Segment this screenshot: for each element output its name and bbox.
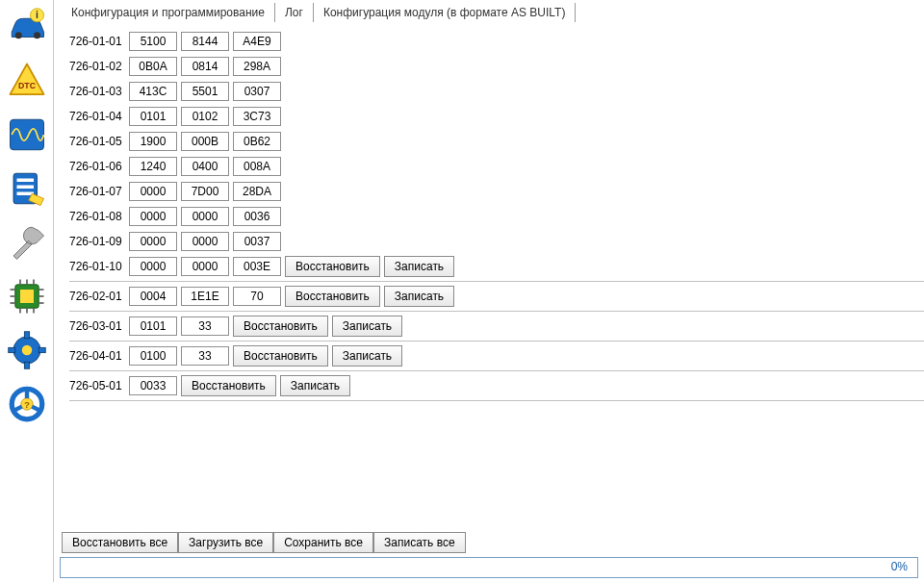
row-address: 726-04-01 [69, 349, 129, 363]
svg-text:i: i [36, 9, 38, 20]
restore-button[interactable]: Восстановить [233, 316, 328, 337]
tab-config-programming[interactable]: Конфигурация и программирование [62, 3, 275, 22]
asbuilt-value-input[interactable] [233, 182, 281, 201]
asbuilt-value-input[interactable] [129, 57, 177, 76]
asbuilt-value-input[interactable] [233, 232, 281, 251]
asbuilt-value-input[interactable] [181, 207, 229, 226]
row-address: 726-01-09 [69, 235, 129, 248]
bottom-bar: Восстановить все Загрузить все Сохранить… [60, 532, 918, 578]
asbuilt-row: 726-01-09 [69, 229, 924, 254]
sidebar-item-oscilloscope[interactable] [4, 112, 50, 158]
svg-rect-7 [17, 179, 35, 183]
asbuilt-row: 726-03-01ВосстановитьЗаписать [69, 314, 924, 339]
progress-bar: 0% [60, 557, 918, 578]
asbuilt-row: 726-01-04 [69, 104, 924, 129]
asbuilt-value-input[interactable] [129, 287, 177, 306]
car-info-icon: i [7, 7, 47, 47]
asbuilt-value-input[interactable] [233, 207, 281, 226]
sidebar-item-vehicle-info[interactable]: i [4, 4, 50, 50]
sidebar-item-tests[interactable] [4, 165, 50, 212]
restore-button[interactable]: Восстановить [285, 256, 380, 277]
asbuilt-value-input[interactable] [181, 257, 229, 276]
asbuilt-row: 726-01-02 [69, 54, 924, 79]
write-button[interactable]: Записать [332, 316, 402, 337]
main-area: Конфигурация и программирование Лог Конф… [60, 0, 924, 541]
asbuilt-value-input[interactable] [129, 132, 177, 151]
row-address: 726-01-08 [69, 210, 129, 223]
restore-button[interactable]: Восстановить [181, 375, 276, 396]
asbuilt-value-input[interactable] [181, 346, 229, 366]
restore-button[interactable]: Восстановить [233, 345, 328, 367]
sidebar-item-service[interactable] [4, 219, 50, 266]
svg-rect-5 [11, 119, 44, 150]
restore-button[interactable]: Восстановить [285, 286, 380, 307]
asbuilt-row: 726-02-01ВосстановитьЗаписать [69, 284, 924, 309]
asbuilt-value-input[interactable] [233, 107, 281, 126]
asbuilt-value-input[interactable] [233, 82, 281, 101]
svg-rect-26 [24, 332, 29, 339]
asbuilt-value-input[interactable] [129, 316, 177, 336]
restore-all-button[interactable]: Восстановить все [62, 532, 178, 553]
row-address: 726-01-10 [69, 260, 129, 273]
asbuilt-value-input[interactable] [129, 157, 177, 176]
asbuilt-value-input[interactable] [233, 157, 281, 176]
sidebar-item-module-config[interactable] [4, 273, 50, 319]
block-divider [69, 281, 924, 282]
tab-log[interactable]: Лог [275, 3, 314, 22]
asbuilt-value-input[interactable] [181, 316, 229, 336]
asbuilt-value-input[interactable] [129, 182, 177, 201]
row-address: 726-02-01 [69, 290, 129, 303]
asbuilt-value-input[interactable] [181, 232, 229, 251]
row-address: 726-01-05 [69, 135, 129, 148]
asbuilt-value-input[interactable] [181, 157, 229, 176]
asbuilt-value-input[interactable] [233, 132, 281, 151]
row-address: 726-01-02 [69, 60, 129, 73]
sidebar-item-help[interactable]: ? [4, 381, 50, 427]
asbuilt-value-input[interactable] [129, 82, 177, 101]
row-address: 726-01-06 [69, 160, 129, 173]
asbuilt-value-input[interactable] [129, 346, 177, 366]
row-address: 726-03-01 [69, 319, 129, 333]
asbuilt-value-input[interactable] [129, 232, 177, 251]
row-address: 726-01-03 [69, 85, 129, 98]
write-all-button[interactable]: Записать все [373, 532, 466, 553]
block-divider [69, 341, 924, 342]
asbuilt-value-input[interactable] [181, 132, 229, 151]
asbuilt-value-input[interactable] [233, 287, 281, 306]
write-button[interactable]: Записать [384, 286, 454, 307]
asbuilt-value-input[interactable] [129, 107, 177, 126]
save-all-button[interactable]: Сохранить все [273, 532, 373, 553]
svg-rect-27 [24, 362, 29, 368]
steering-help-icon: ? [7, 384, 47, 424]
asbuilt-row: 726-01-10ВосстановитьЗаписать [69, 254, 924, 279]
asbuilt-value-input[interactable] [129, 32, 177, 51]
asbuilt-value-input[interactable] [129, 207, 177, 226]
sidebar-item-dtc[interactable]: DTC [4, 58, 50, 104]
asbuilt-value-input[interactable] [181, 32, 229, 51]
asbuilt-row: 726-01-05 [69, 129, 924, 154]
sidebar: i DTC [0, 0, 54, 582]
svg-rect-11 [20, 290, 34, 303]
asbuilt-row: 726-01-07 [69, 179, 924, 204]
svg-text:?: ? [24, 399, 30, 410]
asbuilt-value-input[interactable] [129, 257, 177, 276]
asbuilt-value-input[interactable] [129, 376, 177, 395]
asbuilt-value-input[interactable] [181, 107, 229, 126]
asbuilt-value-input[interactable] [233, 32, 281, 51]
wrench-icon [7, 222, 47, 263]
write-button[interactable]: Записать [384, 256, 454, 277]
asbuilt-value-input[interactable] [233, 57, 281, 76]
write-button[interactable]: Записать [332, 345, 402, 367]
tab-asbuilt[interactable]: Конфигурация модуля (в формате AS BUILT) [314, 3, 577, 22]
asbuilt-value-input[interactable] [181, 182, 229, 201]
asbuilt-value-input[interactable] [181, 287, 229, 306]
asbuilt-value-input[interactable] [181, 57, 229, 76]
asbuilt-value-input[interactable] [233, 257, 281, 276]
load-all-button[interactable]: Загрузить все [178, 532, 273, 553]
asbuilt-value-input[interactable] [181, 82, 229, 101]
asbuilt-row: 726-01-01 [69, 29, 924, 54]
svg-text:DTC: DTC [18, 81, 37, 90]
sidebar-item-settings[interactable] [4, 327, 50, 373]
svg-point-0 [15, 32, 22, 38]
write-button[interactable]: Записать [280, 375, 350, 396]
